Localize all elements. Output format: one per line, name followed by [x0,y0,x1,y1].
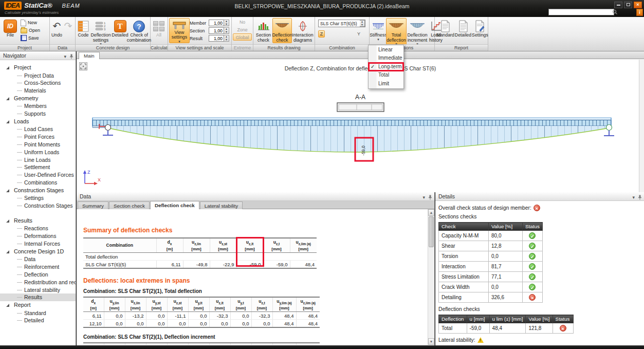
nav-item-point-moments[interactable]: Point Moments [0,141,76,149]
expander-icon[interactable] [6,304,9,307]
nav-section-project[interactable]: Project [0,64,76,72]
nav-item-reinforcement[interactable]: Reinforcement [0,263,76,271]
file-button[interactable]: ID File [1,18,20,39]
nav-item-construction-stages[interactable]: Construction Stages [0,202,76,210]
interaction-diagrams-button[interactable]: Interaction diagrams [292,18,314,43]
nav-section-report[interactable]: Report [0,301,76,309]
maximize-button[interactable] [624,2,632,8]
nav-item-cross-sections[interactable]: Cross-Sections [0,79,76,87]
nav-item-point-forces[interactable]: Point Forces [0,133,76,141]
expander-icon[interactable] [6,97,9,100]
menu-item-linear[interactable]: Linear [369,46,403,54]
scroll-down-arrow[interactable]: ▼ [428,338,434,345]
expander-icon[interactable] [6,66,9,69]
nav-item-redistribution-and-reduction[interactable]: Redistribution and reduction [0,279,76,286]
close-button[interactable]: × [634,2,642,8]
search-box[interactable] [548,9,614,15]
pin-icon[interactable] [428,195,432,200]
info-button[interactable]: i [636,9,643,16]
stiffness-button[interactable]: Stiffness▾ [371,18,386,41]
pin-icon[interactable] [69,54,73,59]
data-panel-scrollbar[interactable]: ▲ ▼ [428,209,434,345]
check-of-combination-button[interactable]: ? Check of combination [128,18,150,43]
nav-item-results[interactable]: Results [0,293,76,301]
nav-item-load-cases[interactable]: Load Cases [0,125,76,133]
expander-icon[interactable] [6,189,9,192]
report-standard-button[interactable]: Standard [436,18,454,39]
direction-z-toggle[interactable]: Z [318,30,325,38]
nav-section-loads[interactable]: Loads [0,118,76,126]
nav-item-internal-forces[interactable]: Internal Forces [0,240,76,248]
section-scale-spinner[interactable]: ▲▼ [224,27,229,34]
menu-item-total[interactable]: Total [369,71,403,79]
nav-item-deformations[interactable]: Deformations [0,232,76,240]
tab-section-check[interactable]: Section check [109,201,150,210]
nav-item-user-defined-forces[interactable]: User-Defined Forces [0,171,76,179]
code-button[interactable]: Code [77,18,90,39]
nav-item-deflection[interactable]: Deflection [0,271,76,279]
total-deflection-button[interactable]: Total deflection▾ [386,18,407,46]
tab-summary[interactable]: Summary [78,201,108,210]
nav-item-settings[interactable]: Settings [0,194,76,202]
nav-item-project-data[interactable]: Project Data [0,72,76,80]
nav-item-data[interactable]: Data [0,255,76,263]
nav-item-detailed[interactable]: Detailed [0,317,76,324]
nav-section-concrete-design-1d[interactable]: Concrete Design 1D [0,248,76,256]
combination-spinner[interactable]: ▲▼ [360,20,365,27]
section-check-button[interactable]: Section check [254,18,272,43]
tab-lateral-stability[interactable]: Lateral stability [200,201,243,210]
nav-item-combinations[interactable]: Combinations [0,179,76,187]
expander-icon[interactable] [6,250,9,253]
member-scale-spinner[interactable]: ▲▼ [224,20,229,26]
new-button[interactable]: New [20,19,41,26]
tab-main[interactable]: Main [79,52,100,59]
combination-select[interactable]: SLS Char ST(6)(5) ▲▼ [318,20,365,27]
report-detailed-button[interactable]: Detailed [454,18,472,39]
tab-deflection-check[interactable]: Deflection check [150,201,199,210]
search-input[interactable] [549,9,612,15]
deflection-increment-button[interactable]: Deflection increment▾ [407,18,428,46]
nav-item-reactions[interactable]: Reactions [0,225,76,232]
nav-item-settlement[interactable]: Settlement [0,163,76,171]
menu-item-immediate[interactable]: Immediate [369,54,403,62]
expander-icon[interactable] [6,120,9,123]
extreme-no-button[interactable]: No [233,18,252,25]
deflection-check-button[interactable]: Deflection check [272,18,292,43]
nav-item-line-loads[interactable]: Line Loads [0,156,76,164]
nav-item-standard[interactable]: Standard [0,309,76,317]
nav-section-results[interactable]: Results [0,217,76,225]
menu-item-long-term[interactable]: ✓Long-term [369,63,403,71]
extreme-zone-button[interactable]: Zone [233,26,252,33]
minimize-button[interactable] [614,2,622,8]
expander-icon[interactable] [6,219,9,223]
beam-viewport[interactable]: A-A [77,59,644,192]
open-button[interactable]: Open [20,27,41,34]
member-scale-input[interactable] [209,20,224,26]
detailed-button[interactable]: T Detailed [112,18,128,39]
scroll-thumb[interactable] [429,216,434,247]
undo-button[interactable]: ↶ Undo [51,18,63,39]
nav-section-geometry[interactable]: Geometry [0,95,76,103]
extreme-global-button[interactable]: Global [233,33,252,41]
nav-item-members[interactable]: Members [0,102,76,110]
panel-menu-icon[interactable]: ▾ [632,193,635,201]
pin-icon[interactable] [638,195,642,200]
menu-item-limit[interactable]: Limit [369,80,403,88]
section-scale-input[interactable] [209,27,224,34]
deflection-settings-button[interactable]: 123 Deflection settings▾ [90,18,112,46]
view-settings-button[interactable]: View settings▾ [169,18,190,43]
nav-item-lateral-stability[interactable]: Lateral stability [0,286,76,294]
save-button[interactable]: Save [20,34,41,42]
nav-item-supports[interactable]: Supports [0,110,76,118]
result-scale-spinner[interactable]: ▲▼ [224,35,229,42]
calculate-all-button[interactable]: All [152,18,166,39]
result-scale-input[interactable] [209,35,224,42]
panel-menu-icon[interactable]: ▾ [422,193,425,201]
panel-menu-icon[interactable]: ▾ [64,52,66,61]
redo-button[interactable]: ↷ [63,18,73,33]
report-settings-button[interactable]: Settings [472,18,488,39]
nav-item-materials[interactable]: Materials [0,87,76,95]
direction-y-toggle[interactable]: Y [357,31,362,36]
nav-item-uniform-loads[interactable]: Uniform Loads [0,149,76,156]
main-view-scrollbar[interactable] [639,60,644,192]
